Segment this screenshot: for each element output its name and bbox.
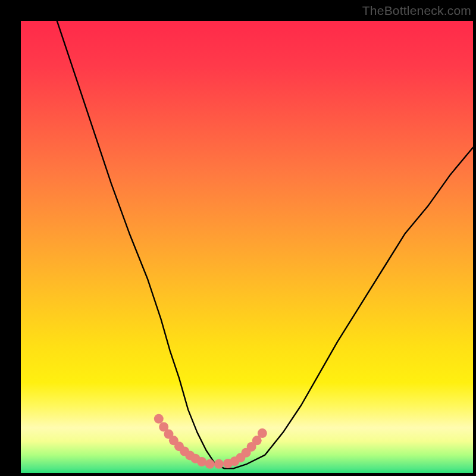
- chart-container: TheBottleneck.com: [0, 0, 476, 476]
- highlight-dot: [180, 447, 189, 456]
- highlight-dot: [190, 454, 200, 464]
- bottleneck-curve: [57, 21, 473, 468]
- highlight-dot: [258, 428, 267, 438]
- highlight-dot: [174, 441, 184, 451]
- plot-area: [21, 21, 473, 473]
- highlight-dot: [223, 459, 233, 468]
- highlight-dot: [185, 450, 195, 460]
- curve-svg: [21, 21, 473, 473]
- highlight-dot: [242, 448, 251, 458]
- highlight-dot: [214, 459, 224, 469]
- highlight-markers: [154, 414, 267, 469]
- highlight-dot: [197, 457, 206, 466]
- highlight-dot: [169, 436, 178, 445]
- watermark-label: TheBottleneck.com: [362, 4, 471, 18]
- highlight-dot: [252, 436, 262, 445]
- highlight-dot: [236, 453, 245, 462]
- highlight-dot: [247, 442, 256, 452]
- highlight-dot: [159, 422, 168, 432]
- highlight-dot: [154, 414, 164, 424]
- highlight-dot: [205, 459, 215, 469]
- highlight-dot: [230, 456, 240, 466]
- highlight-dot: [164, 430, 174, 439]
